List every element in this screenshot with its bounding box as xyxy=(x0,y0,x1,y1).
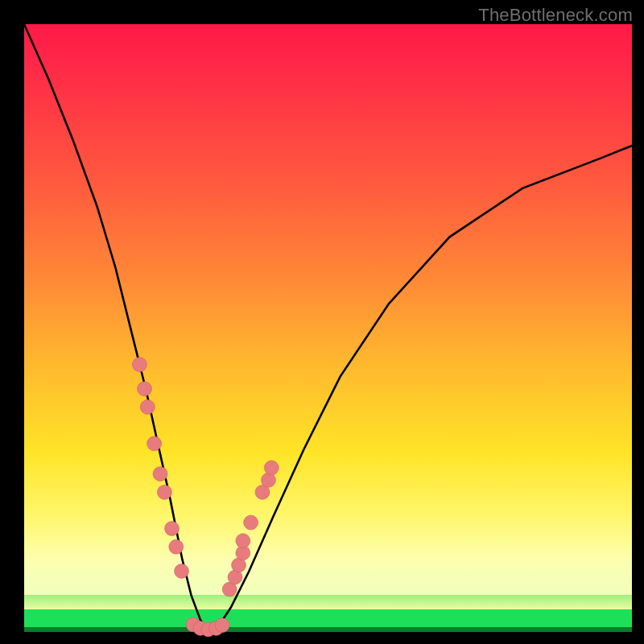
markers-bottom xyxy=(186,617,229,637)
marker-dot xyxy=(175,564,189,579)
marker-dot xyxy=(138,382,152,396)
marker-dot xyxy=(244,515,258,530)
marker-dot xyxy=(153,467,167,481)
marker-dot xyxy=(147,436,162,451)
marker-dot xyxy=(264,460,279,475)
markers-right xyxy=(222,460,279,597)
markers-left xyxy=(132,357,188,579)
marker-dot xyxy=(140,400,155,415)
marker-dot xyxy=(132,357,147,372)
chart-frame: TheBottleneck.com xyxy=(0,0,644,644)
marker-dot xyxy=(165,522,180,536)
marker-dot xyxy=(236,534,250,548)
marker-dot xyxy=(169,539,184,554)
watermark-text: TheBottleneck.com xyxy=(478,5,633,26)
bottleneck-curve xyxy=(24,24,632,630)
chart-svg xyxy=(24,24,632,632)
marker-dot xyxy=(157,485,171,499)
marker-dot xyxy=(215,618,229,633)
